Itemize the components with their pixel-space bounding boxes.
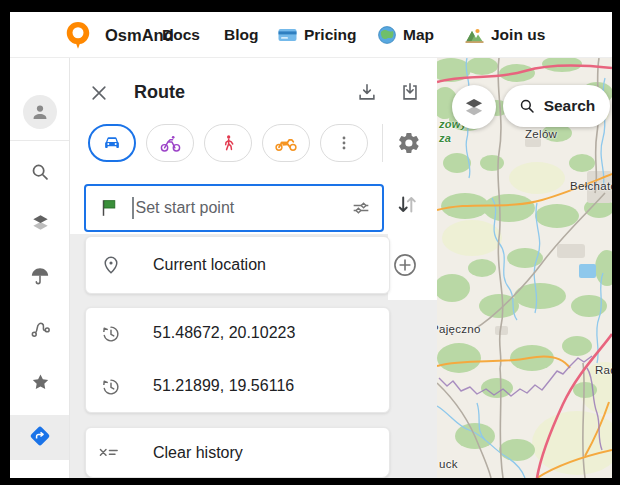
start-flag-icon [98, 197, 120, 219]
nav-link-join-us[interactable]: Join us [465, 12, 545, 58]
search-icon [29, 161, 51, 183]
history-clock-icon [99, 322, 123, 346]
car-icon [101, 132, 123, 154]
top-navbar: OsmAnd Docs Blog Pricing Map [10, 12, 612, 58]
motorcycle-icon [274, 131, 298, 155]
bicycle-icon [159, 132, 182, 155]
mode-motorcycle-button[interactable] [262, 124, 310, 162]
start-point-input[interactable] [136, 199, 351, 217]
swap-points-button[interactable] [394, 192, 420, 218]
sidebar-item-map-layers[interactable] [28, 210, 52, 234]
globe-icon [378, 26, 396, 44]
sidebar-divider [10, 140, 69, 141]
map-layers-button[interactable] [452, 85, 496, 129]
person-icon [29, 101, 51, 123]
route-panel: Route [70, 58, 437, 478]
sidebar-item-tracks[interactable] [28, 316, 52, 340]
map-search-button[interactable]: Search [503, 85, 610, 127]
save-to-file-icon [399, 81, 421, 103]
mode-car-button[interactable] [88, 124, 136, 162]
app-body: Route [10, 58, 612, 478]
history-clock-icon [99, 375, 123, 399]
transport-mode-row [88, 124, 368, 162]
history-item[interactable]: 51.48672, 20.10223 [86, 308, 389, 361]
start-point-field [84, 184, 384, 232]
history-item[interactable]: 51.21899, 19.56116 [86, 361, 389, 414]
text-cursor [132, 197, 134, 219]
left-sidebar [10, 58, 70, 478]
current-location-label: Current location [153, 256, 266, 274]
search-button-label: Search [544, 97, 596, 115]
download-icon [356, 81, 378, 103]
add-point-button[interactable] [392, 252, 418, 278]
history-coordinates: 51.48672, 20.10223 [153, 324, 295, 342]
location-pin-icon [99, 253, 123, 277]
sidebar-item-navigation[interactable] [28, 424, 52, 448]
map-view[interactable]: zowy za Zelów Bełchatów Pajęczno Rad uck… [437, 58, 612, 478]
umbrella-icon [29, 265, 51, 287]
clear-history-option[interactable]: Clear history [86, 428, 389, 477]
save-route-file-button[interactable] [397, 79, 423, 105]
osmand-pin-icon [63, 20, 93, 50]
gear-icon [397, 131, 421, 155]
nav-link-blog[interactable]: Blog [224, 12, 258, 58]
history-card: 51.48672, 20.10223 51.21899, 19.56116 [85, 307, 390, 413]
nav-link-pricing[interactable]: Pricing [278, 12, 357, 58]
directions-icon [28, 423, 52, 449]
pricing-card-icon [278, 27, 297, 43]
sidebar-item-weather[interactable] [28, 264, 52, 288]
search-icon [518, 97, 536, 115]
nav-link-map[interactable]: Map [378, 12, 434, 58]
clear-history-label: Clear history [153, 444, 243, 462]
screenshot-frame: OsmAnd Docs Blog Pricing Map [0, 0, 620, 485]
mode-pedestrian-button[interactable] [204, 124, 252, 162]
sidebar-item-search[interactable] [28, 160, 52, 184]
nav-link-docs[interactable]: Docs [162, 12, 200, 58]
current-location-option[interactable]: Current location [86, 237, 389, 293]
layers-icon [29, 211, 52, 234]
layers-icon [461, 94, 487, 120]
more-dots-icon [334, 133, 354, 153]
osmand-logo[interactable] [63, 12, 93, 58]
join-us-icon [465, 26, 484, 44]
close-icon [89, 83, 109, 103]
route-settings-button[interactable] [396, 130, 422, 156]
clear-history-card: Clear history [85, 427, 390, 478]
history-coordinates: 51.21899, 19.56116 [153, 377, 294, 395]
route-options-tune-icon[interactable] [350, 197, 372, 219]
mode-bicycle-button[interactable] [146, 124, 194, 162]
clear-list-icon [97, 441, 121, 465]
current-location-card: Current location [85, 236, 390, 294]
mode-row-divider [382, 124, 383, 162]
track-icon [29, 317, 52, 340]
sidebar-item-favorites[interactable] [28, 370, 52, 394]
sidebar-item-account[interactable] [23, 95, 57, 129]
swap-arrows-icon [394, 192, 420, 218]
panel-title: Route [134, 82, 185, 103]
star-icon [29, 371, 52, 394]
plus-circle-icon [392, 252, 418, 278]
close-route-panel-button[interactable] [86, 80, 112, 106]
download-route-button[interactable] [354, 79, 380, 105]
osmand-web-app: OsmAnd Docs Blog Pricing Map [10, 12, 612, 478]
mode-more-button[interactable] [320, 124, 368, 162]
pedestrian-icon [218, 133, 239, 154]
